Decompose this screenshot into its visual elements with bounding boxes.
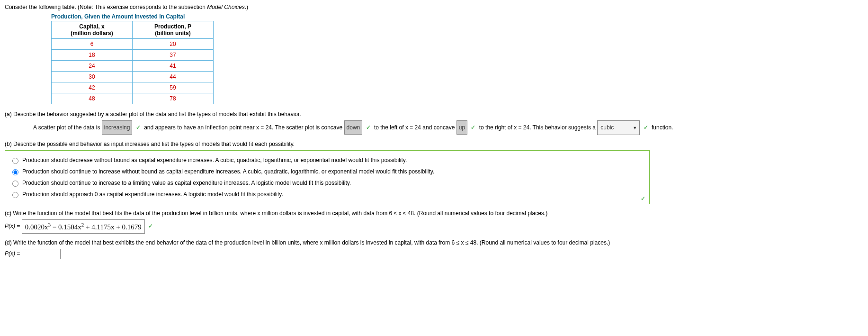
intro-italic: Model Choices — [207, 4, 244, 10]
part-c-answer-input[interactable]: 0.0020x3 − 0.1504x2 + 4.1175x + 0.1679 — [22, 219, 145, 234]
answer-increasing[interactable]: increasing — [102, 120, 133, 135]
px-label: P(x) = — [5, 250, 22, 257]
part-b-prompt: (b) Describe the possible end behavior a… — [5, 141, 863, 147]
intro-text: Consider the following table. (Note: Thi… — [5, 4, 863, 10]
part-a-prompt: (a) Describe the behavior suggested by a… — [5, 111, 863, 118]
part-d-equation: P(x) = — [5, 249, 863, 259]
model-type-select[interactable]: cubic▼ — [597, 120, 640, 135]
table-title: Production, Given the Amount Invested in… — [51, 13, 863, 20]
table-row: 2441 — [52, 61, 214, 72]
check-icon: ✓ — [641, 195, 645, 202]
production-table: Capital, x (million dollars) Production,… — [51, 21, 214, 104]
part-c-prompt: (c) Write the function of the model that… — [5, 210, 863, 217]
table-row: 4878 — [52, 93, 214, 104]
col-header-capital: Capital, x (million dollars) — [52, 21, 133, 39]
part-d-prompt: (d) Write the function of the model that… — [5, 239, 863, 246]
part-b-options: Production should decrease without bound… — [5, 150, 650, 204]
radio-2[interactable] — [12, 181, 18, 187]
answer-concave-left[interactable]: down — [344, 120, 363, 135]
intro-after: .) — [245, 4, 248, 10]
check-icon: ✓ — [136, 124, 141, 131]
check-icon: ✓ — [471, 124, 475, 131]
radio-0[interactable] — [12, 158, 18, 164]
check-icon: ✓ — [366, 124, 371, 131]
table-row: 4259 — [52, 82, 214, 93]
intro-before: Consider the following table. (Note: Thi… — [5, 4, 207, 10]
chevron-down-icon: ▼ — [633, 122, 637, 134]
radio-3[interactable] — [12, 192, 18, 198]
option-3[interactable]: Production should approach 0 as capital … — [10, 189, 644, 200]
check-icon: ✓ — [148, 223, 153, 229]
table-row: 3044 — [52, 72, 214, 82]
option-0[interactable]: Production should decrease without bound… — [10, 154, 644, 166]
option-1[interactable]: Production should continue to increase w… — [10, 166, 644, 177]
col-header-production: Production, P (billion units) — [133, 21, 214, 39]
table-row: 1837 — [52, 50, 214, 61]
part-c-equation: P(x) = 0.0020x3 − 0.1504x2 + 4.1175x + 0… — [5, 219, 863, 234]
answer-concave-right[interactable]: up — [456, 120, 467, 135]
check-icon: ✓ — [644, 124, 648, 131]
part-a-sentence: A scatter plot of the data is increasing… — [33, 120, 863, 135]
part-d-answer-input[interactable] — [22, 249, 61, 259]
table-row: 620 — [52, 39, 214, 50]
option-2[interactable]: Production should continue to increase t… — [10, 177, 644, 189]
radio-1[interactable] — [12, 169, 18, 175]
px-label: P(x) = — [5, 223, 22, 229]
